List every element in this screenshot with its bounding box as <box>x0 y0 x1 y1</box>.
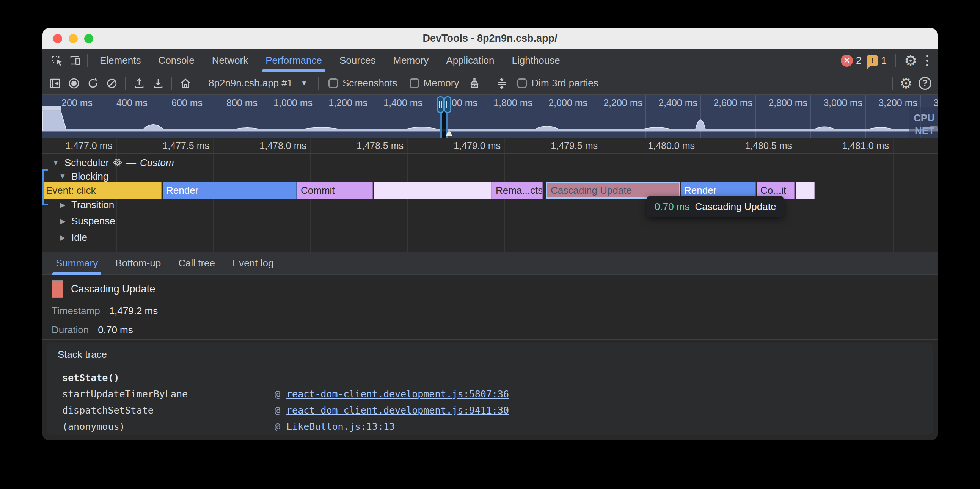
overview-tick-label: 2,800 ms <box>768 97 807 108</box>
collapse-tracks-icon[interactable] <box>493 75 511 92</box>
flame-event-render[interactable]: Render <box>163 183 297 198</box>
load-profile-icon[interactable] <box>130 75 148 92</box>
details-tab-bottom-up[interactable]: Bottom-up <box>107 252 170 275</box>
stack-trace-heading: Stack trace <box>58 349 925 360</box>
reload-record-icon[interactable] <box>84 75 102 92</box>
inspect-element-icon[interactable] <box>48 52 66 70</box>
details-tab-call-tree[interactable]: Call tree <box>170 252 224 275</box>
flame-event-commit[interactable]: Commit <box>298 183 373 198</box>
toggle-sidebar-icon[interactable] <box>46 75 64 92</box>
track-gridline <box>504 154 505 252</box>
error-count: 2 <box>856 55 861 66</box>
garbage-collect-icon[interactable] <box>466 75 483 92</box>
console-error-badge[interactable]: ✕ 2 <box>841 55 861 67</box>
console-warning-badge[interactable]: ! 1 <box>867 55 886 66</box>
dim-3rd-parties-checkbox-group[interactable]: Dim 3rd parties <box>512 77 603 89</box>
overview-tick-label: 2,200 ms <box>603 97 643 108</box>
react-atom-icon <box>113 158 123 168</box>
detail-ruler-label: 1,478.5 ms <box>356 140 404 151</box>
triangle-right-icon[interactable]: ▶ <box>58 200 67 209</box>
chevron-down-icon: ▼ <box>301 79 307 87</box>
screenshots-checkbox-group[interactable]: Screenshots <box>323 77 403 89</box>
tab-performance[interactable]: Performance <box>257 49 331 71</box>
macos-titlebar: DevTools - 8p2n9n.csb.app/ <box>43 28 937 49</box>
help-icon[interactable]: ? <box>916 75 934 92</box>
detail-ruler-label: 1,477.5 ms <box>162 140 209 151</box>
timeline-selection-window[interactable] <box>437 95 451 138</box>
dim-3rd-parties-checkbox[interactable] <box>517 78 527 88</box>
memory-checkbox[interactable] <box>410 78 419 88</box>
ruler-gridline <box>698 138 699 153</box>
stack-frame-source-link[interactable]: react-dom-client.development.js:9411:30 <box>286 405 509 416</box>
tab-console[interactable]: Console <box>150 49 203 71</box>
track-scheduler-label: Scheduler <box>64 157 109 169</box>
tab-sources[interactable]: Sources <box>331 49 384 71</box>
details-tab-event-log[interactable]: Event log <box>224 252 282 275</box>
record-icon[interactable] <box>65 75 83 92</box>
tab-network[interactable]: Network <box>203 49 257 71</box>
zoom-window-button[interactable] <box>84 34 93 43</box>
summary-pane: Cascading Update Timestamp 1,479.2 ms Du… <box>43 275 937 339</box>
detail-ruler-label: 1,479.5 ms <box>551 140 598 151</box>
tab-application[interactable]: Application <box>437 49 503 71</box>
track-group-idle[interactable]: ▶ Idle <box>58 230 87 244</box>
ruler-gridline <box>504 138 505 153</box>
overview-tick-label: 2,000 ms <box>549 97 587 108</box>
duration-value: 0.70 ms <box>98 324 133 336</box>
selection-right-handle[interactable] <box>444 96 451 113</box>
summary-row-duration: Duration 0.70 ms <box>52 324 937 336</box>
tab-lighthouse[interactable]: Lighthouse <box>503 49 569 71</box>
device-toolbar-icon[interactable] <box>66 52 84 70</box>
triangle-down-icon[interactable]: ▼ <box>51 159 61 167</box>
cpu-spike-in-selection <box>443 126 455 136</box>
tooltip-duration: 0.70 ms <box>655 201 690 213</box>
summary-row-timestamp: Timestamp 1,479.2 ms <box>52 305 937 317</box>
overview-tick-label: 600 ms <box>172 97 202 108</box>
memory-checkbox-group[interactable]: Memory <box>404 77 465 89</box>
tab-elements[interactable]: Elements <box>91 49 150 71</box>
track-group-transition[interactable]: ▶ Transition <box>58 198 114 211</box>
overview-tick-label: 1,000 ms <box>274 97 312 108</box>
timeline-overview[interactable]: 200 ms400 ms600 ms800 ms1,000 ms1,200 ms… <box>43 95 937 138</box>
details-tab-summary[interactable]: Summary <box>47 252 107 275</box>
ruler-gridline <box>310 138 311 153</box>
divider <box>895 54 896 67</box>
capture-settings-gear-icon[interactable]: ⚙ <box>897 75 915 92</box>
clear-icon[interactable] <box>103 75 121 92</box>
close-window-button[interactable] <box>53 34 62 43</box>
track-gridline <box>213 154 214 252</box>
detail-ruler-label: 1,481.0 ms <box>842 140 889 151</box>
triangle-down-icon[interactable]: ▼ <box>58 172 67 181</box>
track-group-blocking[interactable]: ▼ Blocking <box>58 170 108 183</box>
stack-frame-source-link[interactable]: LikeButton.js:13:13 <box>286 421 395 432</box>
flame-event-event-click[interactable]: Event: click <box>43 183 162 198</box>
target-selector[interactable]: 8p2n9n.csb.app #1 ▼ <box>204 77 313 89</box>
settings-gear-icon[interactable]: ⚙ <box>904 54 917 68</box>
minimize-window-button[interactable] <box>68 34 78 43</box>
track-gridline <box>310 154 311 252</box>
event-tooltip: 0.70 ms Cascading Update <box>647 196 784 217</box>
screenshots-checkbox[interactable] <box>328 78 338 88</box>
summary-header: Cascading Update <box>52 280 937 298</box>
more-options-icon[interactable] <box>922 55 932 66</box>
track-scheduler[interactable]: ▼ Scheduler — Custom <box>51 156 174 170</box>
divider <box>318 77 318 90</box>
cpu-activity-chart <box>43 108 937 131</box>
flame-event-unlabeled[interactable] <box>796 183 815 198</box>
warning-count: 1 <box>881 55 886 66</box>
stack-frame-top: setState() <box>58 370 925 386</box>
flame-chart-area[interactable]: ▼ Scheduler — Custom ▼ Blocking Event: c… <box>43 154 937 252</box>
tab-memory[interactable]: Memory <box>384 49 437 71</box>
divider <box>87 54 88 67</box>
selection-region[interactable] <box>440 111 448 138</box>
selection-left-handle[interactable] <box>437 96 444 113</box>
home-icon[interactable] <box>177 75 194 92</box>
flame-event-rema-cts[interactable]: Rema...cts <box>492 183 543 198</box>
track-group-suspense[interactable]: ▶ Suspense <box>58 214 115 228</box>
save-profile-icon[interactable] <box>150 75 167 92</box>
triangle-right-icon[interactable]: ▶ <box>58 217 67 225</box>
triangle-right-icon[interactable]: ▶ <box>58 233 67 242</box>
flame-event-unlabeled[interactable] <box>374 183 492 198</box>
stack-frame-source-link[interactable]: react-dom-client.development.js:5807:36 <box>286 389 509 400</box>
scheduler-dash: — <box>126 157 136 169</box>
